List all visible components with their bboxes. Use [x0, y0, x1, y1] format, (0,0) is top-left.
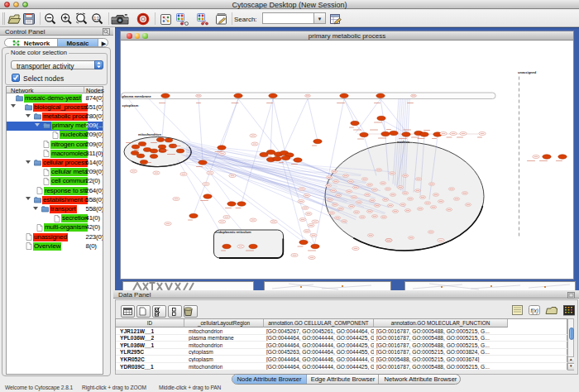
svg-text:cytoplasm: cytoplasm — [122, 103, 139, 108]
svg-text:unassigned: unassigned — [518, 69, 537, 74]
svg-text:plasma membrane: plasma membrane — [122, 93, 152, 98]
svg-text:mitochondrion: mitochondrion — [138, 132, 162, 136]
svg-text:endoplasmic reticulum: endoplasmic reticulum — [215, 230, 251, 234]
svg-text:1:1: 1:1 — [94, 17, 100, 21]
svg-text:f(x): f(x) — [531, 308, 538, 314]
